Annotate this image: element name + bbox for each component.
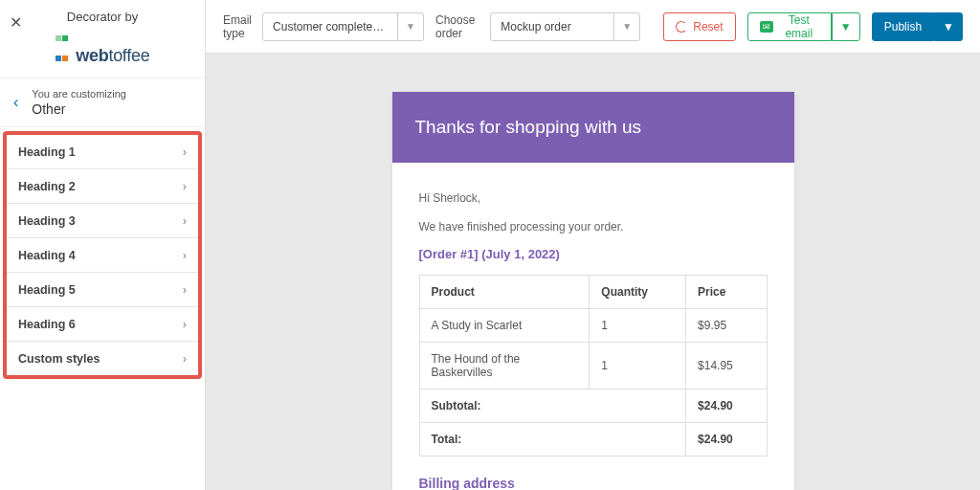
billing-heading: Billing address xyxy=(419,476,768,490)
back-button[interactable]: ‹ xyxy=(6,88,26,117)
reset-label: Reset xyxy=(693,20,723,33)
topbar: Email type Customer completed or… ▼ Choo… xyxy=(206,0,980,54)
cell-price: $9.95 xyxy=(686,309,767,343)
main-area: Email type Customer completed or… ▼ Choo… xyxy=(206,0,980,490)
email-type-field: Email type Customer completed or… ▼ xyxy=(223,12,424,41)
cell-qty: 1 xyxy=(590,309,686,343)
total-label: Total: xyxy=(419,423,686,457)
brand-logo-icon xyxy=(56,26,69,66)
menu-item-label: Custom styles xyxy=(18,352,100,366)
chevron-right-icon: › xyxy=(183,282,187,297)
col-qty: Quantity xyxy=(590,276,686,309)
menu-item-label: Heading 1 xyxy=(18,145,76,159)
table-row: The Hound of the Baskervilles 1 $14.95 xyxy=(419,343,767,390)
reset-button[interactable]: Reset xyxy=(663,12,735,41)
choose-order-label: Choose order xyxy=(435,13,484,40)
menu-item-heading-6[interactable]: Heading 6 › xyxy=(7,307,198,342)
order-table: Product Quantity Price A Study in Scarle… xyxy=(419,275,768,457)
test-email-group: ✉ Test email ▼ xyxy=(747,12,860,41)
menu-item-label: Heading 6 xyxy=(18,318,76,331)
publish-button[interactable]: Publish xyxy=(872,12,934,41)
total-value: $24.90 xyxy=(686,423,767,457)
test-email-button[interactable]: ✉ Test email xyxy=(747,12,832,41)
reset-icon xyxy=(676,21,687,33)
cell-qty: 1 xyxy=(590,343,686,390)
cell-price: $14.95 xyxy=(686,343,767,390)
email-type-label: Email type xyxy=(223,13,256,40)
menu-item-label: Heading 4 xyxy=(18,249,76,262)
choose-order-field: Choose order Mockup order ▼ xyxy=(435,12,640,41)
email-type-select[interactable]: Customer completed or… ▼ xyxy=(262,12,424,41)
publish-label: Publish xyxy=(884,20,922,33)
customize-breadcrumb: ‹ You are customizing Other xyxy=(0,78,205,127)
section-title: Other xyxy=(32,101,126,117)
email-heading: Thanks for shopping with us xyxy=(392,92,794,163)
choose-order-select[interactable]: Mockup order ▼ xyxy=(490,12,640,41)
menu-item-label: Heading 2 xyxy=(18,180,76,193)
chevron-right-icon: › xyxy=(183,179,187,193)
close-customizer-button[interactable]: ✕ xyxy=(10,13,22,32)
customize-label: You are customizing xyxy=(32,88,126,100)
email-body: Hi Sherlock, We have finished processing… xyxy=(392,163,794,490)
cell-product: A Study in Scarlet xyxy=(419,309,590,343)
sidebar-header: ✕ Decorator by webtoffee xyxy=(0,0,205,78)
subtotal-value: $24.90 xyxy=(686,390,767,423)
col-product: Product xyxy=(419,276,590,309)
customizer-sidebar: ✕ Decorator by webtoffee ‹ You are custo… xyxy=(0,0,206,490)
col-price: Price xyxy=(686,276,767,309)
chevron-down-icon[interactable]: ▼ xyxy=(613,13,639,40)
menu-item-label: Heading 3 xyxy=(18,214,76,228)
mail-icon: ✉ xyxy=(760,21,773,33)
menu-item-heading-5[interactable]: Heading 5 › xyxy=(7,273,198,307)
order-reference: [Order #1] (July 1, 2022) xyxy=(419,247,768,261)
menu-item-heading-1[interactable]: Heading 1 › xyxy=(7,135,198,169)
menu-item-custom-styles[interactable]: Custom styles › xyxy=(7,342,198,375)
menu-item-label: Heading 5 xyxy=(18,283,76,297)
email-preview: Thanks for shopping with us Hi Sherlock,… xyxy=(392,92,794,490)
email-preview-wrap: Thanks for shopping with us Hi Sherlock,… xyxy=(206,54,980,490)
brand-logo: webtoffee xyxy=(8,26,197,66)
brand-tagline: Decorator by xyxy=(8,10,197,24)
choose-order-value: Mockup order xyxy=(491,20,613,33)
chevron-right-icon: › xyxy=(183,351,187,366)
table-row: A Study in Scarlet 1 $9.95 xyxy=(419,309,767,343)
cell-product: The Hound of the Baskervilles xyxy=(419,343,590,390)
publish-dropdown[interactable]: ▼ xyxy=(934,12,963,41)
menu-item-heading-3[interactable]: Heading 3 › xyxy=(7,204,198,238)
email-intro: We have finished processing your order. xyxy=(419,218,768,235)
subtotal-label: Subtotal: xyxy=(419,390,686,423)
email-type-value: Customer completed or… xyxy=(263,20,397,33)
menu-item-heading-4[interactable]: Heading 4 › xyxy=(7,238,198,273)
publish-group: Publish ▼ xyxy=(872,12,963,41)
test-email-label: Test email xyxy=(779,13,819,40)
settings-menu: Heading 1 › Heading 2 › Heading 3 › Head… xyxy=(3,131,202,379)
chevron-right-icon: › xyxy=(183,317,187,331)
chevron-down-icon[interactable]: ▼ xyxy=(397,13,423,40)
chevron-right-icon: › xyxy=(183,145,187,159)
chevron-right-icon: › xyxy=(183,213,187,228)
menu-item-heading-2[interactable]: Heading 2 › xyxy=(7,169,198,204)
chevron-right-icon: › xyxy=(183,248,187,262)
test-email-dropdown[interactable]: ▼ xyxy=(832,12,860,41)
email-greeting: Hi Sherlock, xyxy=(419,189,768,207)
